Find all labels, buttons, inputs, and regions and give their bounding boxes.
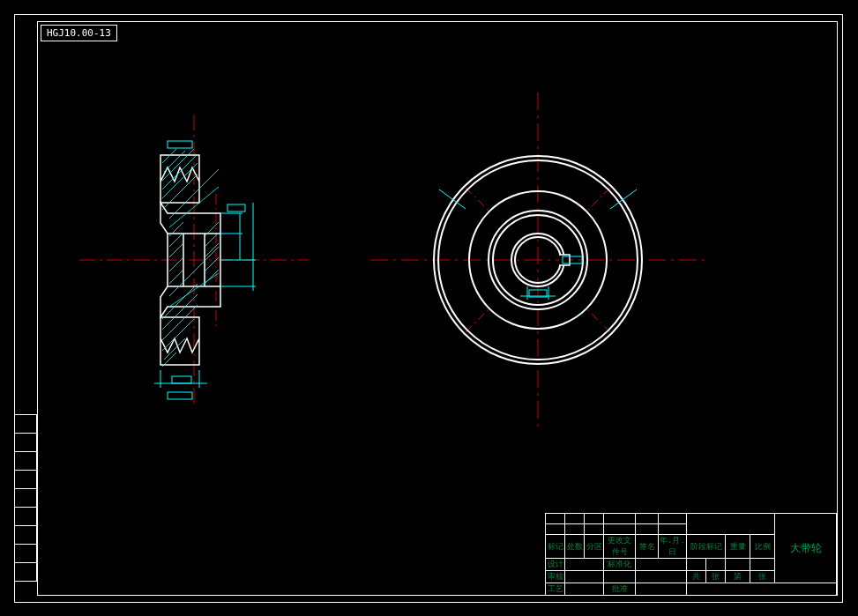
svg-line-16	[205, 243, 219, 257]
svg-line-14	[205, 233, 219, 247]
svg-line-22	[169, 273, 219, 307]
tb-gong: 共	[687, 571, 706, 583]
svg-rect-33	[228, 204, 245, 212]
part-name: 大带轮	[790, 542, 822, 554]
drawing-id: HGJ10.00-13	[41, 25, 117, 41]
svg-rect-40	[172, 376, 191, 383]
tb-r1-5: 年.月.日	[659, 535, 687, 559]
svg-line-44	[466, 188, 489, 212]
tb-scale: 比例	[750, 535, 775, 559]
tb-zhang1: 张	[706, 571, 726, 583]
tb-approve: 批准	[604, 583, 636, 596]
tb-design: 设计	[546, 559, 565, 571]
tb-std: 标准化	[604, 559, 636, 571]
revision-boxes	[14, 414, 37, 581]
svg-line-45	[586, 188, 610, 212]
section-view	[79, 115, 309, 405]
tb-tech: 工艺	[546, 583, 565, 596]
svg-line-46	[466, 308, 489, 332]
title-block: 大带轮 标记 处数 分区 更改文件号 签名 年.月.日 阶段标记 重量 比例 设…	[545, 513, 837, 596]
svg-line-10	[169, 187, 219, 227]
tb-check: 审核	[546, 571, 565, 583]
tb-r1-3: 更改文件号	[604, 535, 636, 559]
tb-zhang2: 张	[750, 571, 775, 583]
tb-weight: 重量	[726, 535, 750, 559]
tb-stage: 阶段标记	[687, 535, 726, 559]
svg-line-8	[162, 174, 198, 210]
tb-r1-4: 签名	[636, 535, 659, 559]
svg-line-25	[162, 305, 198, 340]
svg-line-55	[439, 189, 466, 209]
svg-line-13	[169, 233, 183, 247]
svg-rect-41	[168, 392, 192, 399]
svg-line-15	[169, 243, 183, 257]
svg-line-47	[586, 308, 610, 332]
svg-line-17	[169, 257, 183, 271]
svg-line-6	[162, 154, 198, 189]
svg-line-18	[205, 257, 219, 271]
front-view	[370, 93, 705, 427]
svg-line-23	[162, 284, 198, 319]
tb-di: 第	[726, 571, 750, 583]
svg-line-3	[162, 149, 176, 163]
tb-r1-0: 标记	[546, 535, 565, 559]
svg-line-56	[610, 189, 637, 209]
tb-r1-1: 处数	[565, 535, 585, 559]
drawing-id-text: HGJ10.00-13	[47, 27, 111, 39]
tb-r1-2: 分区	[585, 535, 604, 559]
svg-rect-29	[168, 141, 192, 148]
svg-line-19	[169, 270, 183, 284]
